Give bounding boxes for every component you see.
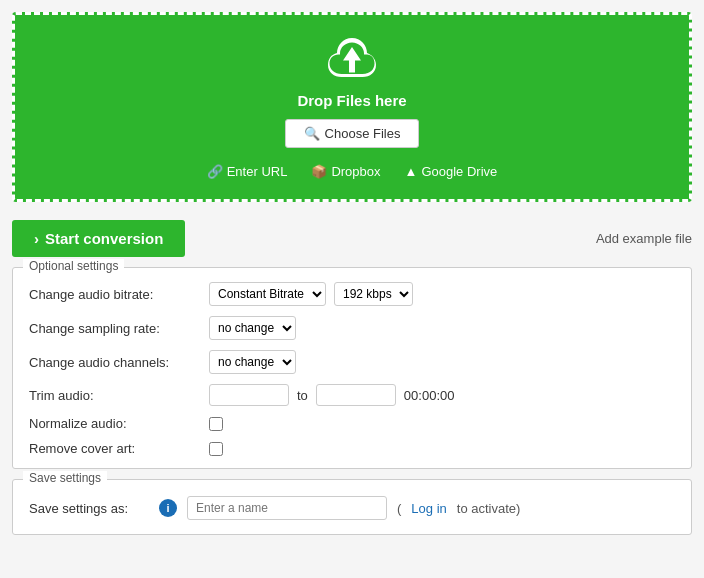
audio-channels-label: Change audio channels: bbox=[29, 355, 209, 370]
login-prefix: ( bbox=[397, 501, 401, 516]
add-example-link[interactable]: Add example file bbox=[596, 231, 692, 246]
normalize-audio-row: Normalize audio: bbox=[29, 416, 675, 431]
bitrate-type-select[interactable]: Constant Bitrate Variable Bitrate bbox=[209, 282, 326, 306]
dropbox-icon: 📦 bbox=[311, 164, 327, 179]
login-link[interactable]: Log in bbox=[411, 501, 446, 516]
remove-cover-art-checkbox[interactable] bbox=[209, 442, 223, 456]
audio-bitrate-row: Change audio bitrate: Constant Bitrate V… bbox=[29, 282, 675, 306]
google-drive-link[interactable]: ▲ Google Drive bbox=[405, 164, 498, 179]
trim-audio-control: to 00:00:00 bbox=[209, 384, 454, 406]
search-icon: 🔍 bbox=[304, 126, 320, 141]
sampling-rate-select[interactable]: no change 8000 Hz 11025 Hz 22050 Hz 4410… bbox=[209, 316, 296, 340]
dropbox-label: Dropbox bbox=[331, 164, 380, 179]
remove-cover-art-row: Remove cover art: bbox=[29, 441, 675, 456]
bitrate-value-select[interactable]: 192 kbps 128 kbps 256 kbps 320 kbps 64 k… bbox=[334, 282, 413, 306]
audio-channels-control: no change mono stereo bbox=[209, 350, 296, 374]
upload-icon bbox=[328, 35, 376, 86]
save-settings-section: Save settings Save settings as: i ( Log … bbox=[12, 479, 692, 535]
enter-url-link[interactable]: 🔗 Enter URL bbox=[207, 164, 288, 179]
trim-audio-row: Trim audio: to 00:00:00 bbox=[29, 384, 675, 406]
start-conversion-label: Start conversion bbox=[45, 230, 163, 247]
activate-text: to activate) bbox=[457, 501, 521, 516]
audio-channels-row: Change audio channels: no change mono st… bbox=[29, 350, 675, 374]
sampling-rate-row: Change sampling rate: no change 8000 Hz … bbox=[29, 316, 675, 340]
audio-bitrate-label: Change audio bitrate: bbox=[29, 287, 209, 302]
audio-channels-select[interactable]: no change mono stereo bbox=[209, 350, 296, 374]
optional-settings-section: Optional settings Change audio bitrate: … bbox=[12, 267, 692, 469]
svg-marker-0 bbox=[343, 47, 361, 73]
save-settings-row: Save settings as: i ( Log in to activate… bbox=[29, 496, 675, 520]
chevron-right-icon: › bbox=[34, 230, 39, 247]
remove-cover-art-label: Remove cover art: bbox=[29, 441, 209, 456]
sampling-rate-label: Change sampling rate: bbox=[29, 321, 209, 336]
remove-cover-art-control bbox=[209, 442, 223, 456]
trim-audio-label: Trim audio: bbox=[29, 388, 209, 403]
info-icon[interactable]: i bbox=[159, 499, 177, 517]
choose-files-label: Choose Files bbox=[325, 126, 401, 141]
normalize-audio-label: Normalize audio: bbox=[29, 416, 209, 431]
trim-from-input[interactable] bbox=[209, 384, 289, 406]
google-drive-label: Google Drive bbox=[421, 164, 497, 179]
save-name-input[interactable] bbox=[187, 496, 387, 520]
optional-settings-legend: Optional settings bbox=[23, 259, 124, 273]
trim-to-input[interactable] bbox=[316, 384, 396, 406]
trim-time-display: 00:00:00 bbox=[404, 388, 455, 403]
drop-text: Drop Files here bbox=[35, 92, 669, 109]
source-links: 🔗 Enter URL 📦 Dropbox ▲ Google Drive bbox=[35, 164, 669, 179]
trim-to-separator: to bbox=[297, 388, 308, 403]
save-settings-legend: Save settings bbox=[23, 471, 107, 485]
google-drive-icon: ▲ bbox=[405, 164, 418, 179]
normalize-audio-control bbox=[209, 417, 223, 431]
choose-files-button[interactable]: 🔍 Choose Files bbox=[285, 119, 420, 148]
sampling-rate-control: no change 8000 Hz 11025 Hz 22050 Hz 4410… bbox=[209, 316, 296, 340]
link-icon: 🔗 bbox=[207, 164, 223, 179]
normalize-audio-checkbox[interactable] bbox=[209, 417, 223, 431]
dropbox-link[interactable]: 📦 Dropbox bbox=[311, 164, 380, 179]
drop-zone[interactable]: Drop Files here 🔍 Choose Files 🔗 Enter U… bbox=[12, 12, 692, 202]
audio-bitrate-control: Constant Bitrate Variable Bitrate 192 kb… bbox=[209, 282, 413, 306]
start-conversion-button[interactable]: › Start conversion bbox=[12, 220, 185, 257]
save-settings-label: Save settings as: bbox=[29, 501, 149, 516]
enter-url-label: Enter URL bbox=[227, 164, 288, 179]
